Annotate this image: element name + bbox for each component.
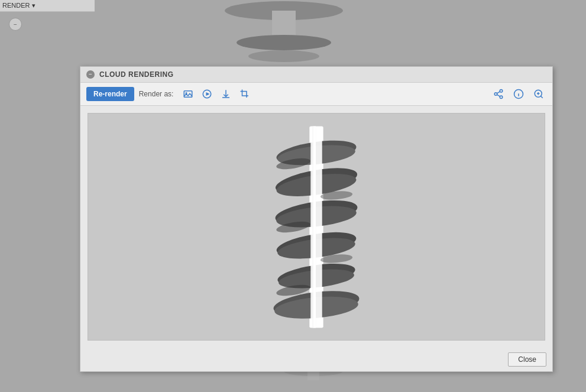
share-icon[interactable] — [491, 86, 506, 102]
svg-point-14 — [500, 96, 503, 99]
zoom-icon[interactable] — [531, 86, 546, 102]
svg-line-16 — [497, 92, 500, 93]
crop-render-icon[interactable] — [237, 86, 252, 102]
cloud-rendering-dialog: CLOUD RENDERING Re-render Render as: — [80, 66, 553, 372]
rerender-button[interactable]: Re-render — [86, 87, 134, 101]
render-as-label: Render as: — [139, 90, 174, 98]
svg-line-21 — [540, 96, 542, 98]
top-toolbar: RENDER ▾ — [0, 0, 95, 12]
dialog-footer: Close — [80, 348, 552, 371]
dialog-minimize-icon[interactable] — [86, 70, 95, 79]
svg-rect-41 — [313, 126, 316, 328]
dialog-toolbar: Re-render Render as: — [80, 83, 552, 106]
animation-render-icon[interactable] — [199, 86, 215, 102]
render-type-icons — [180, 86, 252, 102]
svg-line-15 — [497, 95, 500, 96]
svg-point-12 — [500, 90, 503, 93]
toolbar-right-icons — [491, 86, 546, 102]
bg-spiral-top — [207, 0, 361, 71]
render-canvas — [88, 113, 545, 341]
info-icon[interactable] — [511, 86, 526, 102]
svg-point-4 — [248, 50, 319, 62]
dialog-title: CLOUD RENDERING — [99, 70, 174, 79]
render-menu-label[interactable]: RENDER ▾ — [2, 2, 35, 9]
image-render-icon[interactable] — [180, 86, 196, 102]
svg-point-3 — [237, 35, 331, 50]
download-render-icon[interactable] — [218, 86, 234, 102]
dialog-titlebar: CLOUD RENDERING — [80, 67, 552, 83]
svg-point-13 — [494, 93, 497, 96]
svg-marker-11 — [206, 92, 210, 96]
left-collapse-icon[interactable]: − — [9, 18, 22, 31]
close-button[interactable]: Close — [508, 352, 546, 367]
rendered-spiral-image — [234, 121, 399, 333]
